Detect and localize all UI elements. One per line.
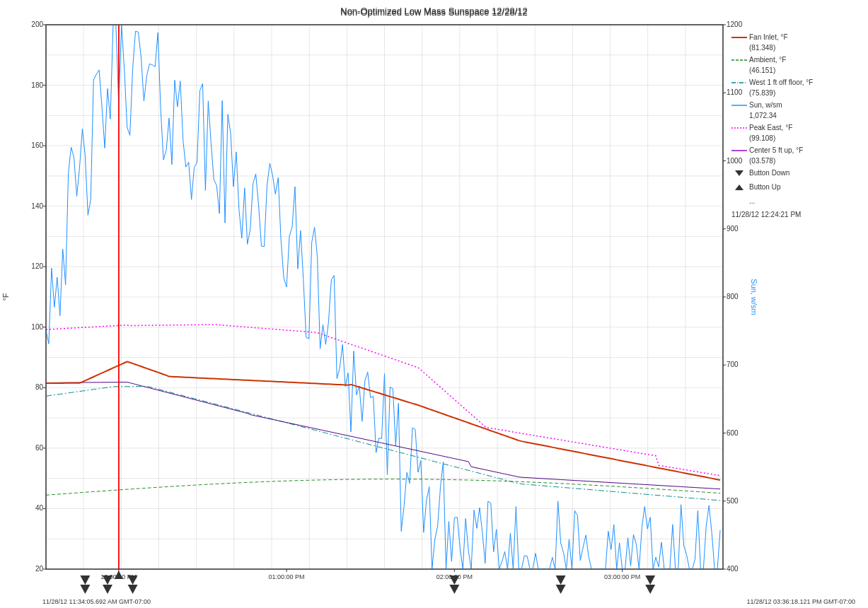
chart-title: Non-Optimized Low Mass Sunspace 12/28/12	[0, 6, 868, 16]
legend-item-button-down: Button Down	[731, 168, 855, 180]
legend-item-west: West 1 ft off floor, °F(75.839)	[731, 77, 855, 98]
legend-item-center: Center 5 ft up, °F(03.578)	[731, 145, 855, 166]
svg-marker-7	[735, 185, 743, 190]
timestamp-bottom-right: 11/28/12 03:36:18.121 PM GMT-07:00	[746, 598, 855, 605]
legend-item-sun: Sun, w/sm1,072.34	[731, 100, 855, 121]
legend-item-button-up: Button Up	[731, 182, 855, 194]
legend-item-fan-inlet: Fan Inlet, °F(81.348)	[731, 32, 855, 53]
chart-legend: Fan Inlet, °F(81.348) Ambient, °F(46.151…	[731, 32, 855, 220]
timestamp-bottom-left: 11/28/12 11:34:05.692 AM GMT-07:00	[42, 598, 151, 605]
legend-item-ellipsis: ...	[731, 196, 855, 206]
svg-marker-6	[735, 170, 743, 176]
legend-timestamp: 11/28/12 12:24:21 PM	[731, 209, 855, 220]
legend-item-peak-east: Peak East, °F(99.108)	[731, 122, 855, 144]
chart-container: Non-Optimized Low Mass Sunspace 12/28/12…	[0, 0, 868, 608]
legend-item-ambient: Ambient, °F(46.151)	[731, 54, 855, 76]
